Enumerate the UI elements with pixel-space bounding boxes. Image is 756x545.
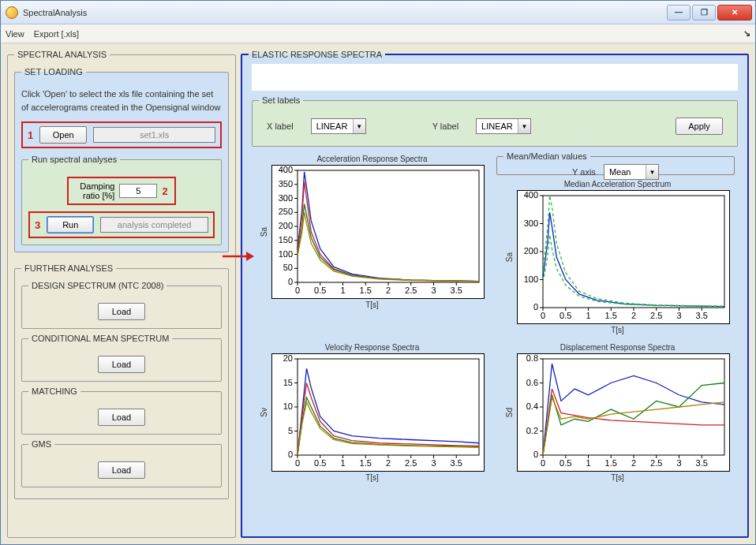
svg-text:0: 0	[541, 311, 545, 320]
close-button[interactable]: ✕	[717, 5, 752, 21]
svg-text:0: 0	[295, 458, 300, 468]
gms-legend: GMS	[28, 439, 54, 449]
svg-text:2: 2	[631, 311, 636, 320]
svg-text:3.5: 3.5	[451, 458, 462, 468]
svg-text:100: 100	[279, 249, 293, 259]
marker-3: 3	[35, 219, 40, 231]
run-marker-box: 3 Run analysis completed	[28, 211, 215, 238]
xlabel-select[interactable]: LINEAR ▼	[311, 118, 366, 134]
ylabel-select-value: LINEAR	[477, 121, 518, 131]
svg-text:2.5: 2.5	[405, 286, 417, 295]
svg-text:400: 400	[524, 190, 538, 200]
spectral-analysis-panel: SPECTRAL ANALYSIS SET LOADING Click 'Ope…	[7, 50, 236, 538]
run-analyses-legend: Run spectral analyses	[28, 155, 120, 164]
mean-median-legend: Mean/Median values	[503, 151, 590, 161]
client-area: SPECTRAL ANALYSIS SET LOADING Click 'Ope…	[1, 43, 755, 544]
marker-2: 2	[162, 185, 167, 197]
svg-text:2.5: 2.5	[650, 458, 662, 468]
chart-median-acceleration: Median Acceleration Spectrum Sa 00.511.5…	[500, 180, 735, 335]
run-button[interactable]: Run	[47, 216, 94, 233]
svg-text:0.2: 0.2	[526, 426, 538, 435]
chart-title: Acceleration Response Spectra	[316, 155, 427, 163]
svg-text:0.5: 0.5	[560, 458, 571, 468]
ers-legend: ELASTIC RESPONSE SPECTRA	[249, 50, 385, 59]
svg-text:0.4: 0.4	[526, 401, 538, 411]
svg-text:150: 150	[279, 235, 293, 245]
damping-marker-box: Damping ratio [%] 2	[67, 177, 175, 205]
maximize-button[interactable]: ❐	[692, 5, 716, 21]
svg-text:1.5: 1.5	[360, 286, 372, 295]
apply-button[interactable]: Apply	[676, 118, 723, 135]
xlabel-label: X label	[267, 121, 294, 131]
svg-text:350: 350	[279, 179, 293, 189]
svg-text:2.5: 2.5	[405, 458, 417, 468]
load-gms-button[interactable]: Load	[98, 461, 145, 479]
damping-input[interactable]	[119, 184, 157, 198]
svg-text:300: 300	[524, 218, 538, 228]
ers-top-blank	[252, 64, 738, 91]
svg-text:50: 50	[283, 263, 293, 272]
chart-ylabel: Sd	[505, 408, 514, 417]
svg-text:3.5: 3.5	[696, 458, 708, 468]
damping-label: Damping ratio [%]	[75, 181, 114, 200]
svg-text:0.5: 0.5	[314, 458, 326, 468]
menu-view[interactable]: View	[6, 29, 24, 39]
chart-displacement: Displacement Response Spectra Sd 00.511.…	[500, 343, 735, 524]
chart-xlabel: T[s]	[611, 326, 624, 334]
svg-text:1: 1	[340, 286, 345, 295]
svg-text:15: 15	[283, 378, 293, 387]
svg-text:2: 2	[386, 458, 391, 468]
load-cms-button[interactable]: Load	[98, 356, 145, 373]
ylabel-select[interactable]: LINEAR ▼	[476, 118, 531, 134]
chart-plot: 00.511.522.533.50100200300400	[517, 190, 730, 324]
toolbar-toggle-icon[interactable]: ↘	[743, 28, 750, 39]
chart-title: Velocity Response Spectra	[325, 343, 420, 352]
chevron-down-icon: ▼	[646, 165, 658, 179]
selected-file-display: set1.xls	[93, 127, 215, 143]
chart-acceleration: Acceleration Response Spectra Sa 00.511.…	[255, 155, 489, 335]
svg-text:10: 10	[283, 401, 293, 411]
set-loading-instructions: Click 'Open' to select the xls file cont…	[21, 88, 222, 114]
svg-text:2: 2	[631, 458, 636, 468]
run-analyses-panel: Run spectral analyses Damping ratio [%] …	[21, 155, 222, 245]
svg-text:1: 1	[586, 311, 590, 320]
set-loading-legend: SET LOADING	[21, 67, 86, 77]
menubar: View Export [.xls] ↘	[1, 24, 755, 43]
svg-text:1: 1	[340, 458, 345, 468]
svg-text:20: 20	[283, 353, 293, 363]
svg-text:250: 250	[279, 207, 293, 216]
svg-rect-37	[543, 196, 724, 308]
load-design-button[interactable]: Load	[98, 303, 145, 320]
svg-text:1.5: 1.5	[360, 458, 372, 468]
minimize-button[interactable]: —	[667, 5, 691, 21]
chevron-down-icon: ▼	[353, 119, 365, 133]
matching-legend: MATCHING	[28, 386, 80, 396]
titlebar[interactable]: SpectralAnalysis — ❐ ✕	[1, 1, 755, 24]
open-file-marker-box: 1 Open set1.xls	[21, 121, 222, 148]
svg-text:0: 0	[295, 286, 300, 295]
set-labels-legend: Set labels	[259, 95, 303, 105]
charts-area: Mean/Median values Y axis Mean ▼ Acceler…	[249, 151, 741, 530]
svg-text:0: 0	[288, 277, 293, 286]
set-labels-panel: Set labels X label LINEAR ▼ Y label LINE…	[252, 95, 738, 147]
chart-ylabel: Sv	[260, 408, 268, 417]
svg-text:2: 2	[386, 286, 391, 295]
chart-plot: 00.511.522.533.5050100150200250300350400	[271, 165, 485, 299]
yaxis-select[interactable]: Mean ▼	[604, 164, 659, 180]
yaxis-select-value: Mean	[604, 167, 646, 177]
ylabel-label: Y label	[432, 121, 458, 131]
svg-text:0: 0	[288, 450, 293, 459]
svg-text:5: 5	[288, 426, 293, 435]
analysis-status: analysis completed	[100, 217, 208, 233]
svg-text:3.5: 3.5	[451, 286, 462, 295]
chart-title: Median Acceleration Spectrum	[564, 180, 672, 189]
spectral-analysis-legend: SPECTRAL ANALYSIS	[14, 50, 110, 59]
set-loading-panel: SET LOADING Click 'Open' to select the x…	[14, 67, 229, 252]
load-matching-button[interactable]: Load	[98, 409, 145, 426]
svg-text:100: 100	[524, 274, 538, 284]
open-button[interactable]: Open	[39, 126, 87, 144]
menu-export[interactable]: Export [.xls]	[34, 29, 79, 39]
design-spectrum-group: DESIGN SPECTRUM (NTC 2008) Load	[21, 281, 222, 329]
chart-plot: 00.511.522.533.505101520	[271, 353, 485, 472]
svg-text:3.5: 3.5	[696, 311, 708, 320]
